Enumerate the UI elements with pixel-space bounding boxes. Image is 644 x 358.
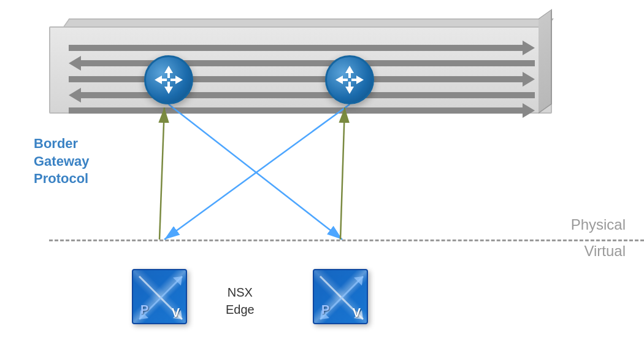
- box-right-face: [539, 9, 552, 114]
- box-front-face: [49, 26, 552, 114]
- svg-rect-17: [342, 79, 348, 81]
- virtual-text: Virtual: [584, 243, 626, 260]
- arrow-left-2: [69, 90, 535, 101]
- svg-rect-15: [348, 82, 351, 88]
- nsx-edge-line2: Edge: [226, 301, 255, 318]
- svg-rect-9: [161, 79, 167, 81]
- arrow-row-5: [69, 104, 535, 117]
- svg-rect-19: [351, 79, 358, 81]
- physical-label: Physical: [571, 216, 626, 233]
- nsx-edge-label: NSX Edge: [226, 284, 255, 318]
- bgp-line3: Protocol: [34, 170, 90, 188]
- svg-rect-11: [171, 79, 177, 81]
- nsx-box-1: P V: [132, 269, 187, 324]
- bgp-line1: Border: [34, 135, 90, 153]
- svg-rect-5: [167, 72, 170, 78]
- arrow-row-3: [69, 73, 535, 85]
- bgp-label: Border Gateway Protocol: [34, 135, 90, 188]
- divider-line: [49, 239, 644, 241]
- network-box: [49, 18, 552, 114]
- olive-line-2: [340, 107, 345, 239]
- router-icon-1: [153, 64, 184, 95]
- blue-line-1: [169, 104, 342, 239]
- blue-line-2: [164, 104, 350, 239]
- nsx-p-label-2: P: [321, 303, 329, 317]
- nsx-icon-2: P V: [313, 269, 368, 324]
- arrow-row-1: [69, 42, 535, 54]
- nsx-icon-1: P V: [132, 269, 187, 324]
- arrow-right-2: [69, 74, 535, 85]
- router-circle-2: [325, 55, 374, 104]
- svg-rect-13: [348, 72, 351, 78]
- physical-text: Physical: [571, 216, 626, 233]
- nsx-v-label-1: V: [172, 306, 180, 320]
- nsx-box-2: P V: [313, 269, 368, 324]
- svg-rect-7: [167, 82, 170, 88]
- router-circle-1: [144, 55, 193, 104]
- diagram-container: Border Gateway Protocol P V: [0, 0, 644, 358]
- nsx-p-label-1: P: [140, 303, 148, 317]
- olive-line-1: [159, 107, 164, 239]
- nsx-edge-line1: NSX: [226, 284, 255, 301]
- arrow-right-1: [69, 42, 535, 53]
- bgp-line2: Gateway: [34, 153, 90, 171]
- arrow-row-2: [69, 58, 535, 70]
- router-icon-2: [334, 64, 365, 95]
- arrows-container: [50, 36, 553, 123]
- virtual-label: Virtual: [584, 243, 626, 260]
- arrow-left-1: [69, 58, 535, 69]
- arrow-right-3: [69, 105, 535, 116]
- nsx-v-label-2: V: [353, 306, 361, 320]
- arrow-row-4: [69, 89, 535, 101]
